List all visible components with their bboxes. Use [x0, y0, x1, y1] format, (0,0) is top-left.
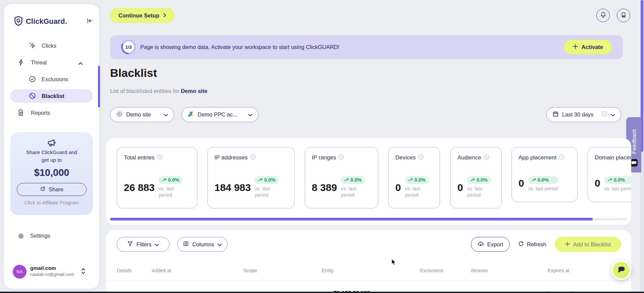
date-range-selector[interactable]: Last 30 days ?	[546, 107, 621, 122]
column-header-reason: Reason	[471, 268, 488, 273]
external-link-icon	[40, 186, 46, 193]
site-selector[interactable]: Demo site	[110, 107, 174, 122]
stat-value: 8 389	[312, 182, 337, 193]
sidebar-item-blacklist[interactable]: Blacklist	[10, 89, 93, 103]
chevron-down-icon	[217, 241, 222, 248]
stats-scrollbar-track	[110, 218, 627, 221]
column-header-exclusions: Exclusions	[420, 268, 443, 273]
sidebar-item-label: Blacklist	[42, 92, 64, 100]
continue-setup-button[interactable]: Continue Setup	[110, 8, 175, 23]
stat-delta-badge: 0.0%	[528, 176, 558, 184]
stat-note: vs. last period	[255, 186, 276, 198]
filters-button[interactable]: Filters	[117, 237, 169, 252]
help-icon[interactable]: ?	[250, 154, 256, 161]
promo-line2: get up to	[10, 156, 93, 164]
brand-name: ClickGuard.	[26, 17, 67, 26]
calendar-icon	[552, 111, 559, 118]
stat-note: vs. last period	[467, 186, 488, 198]
refresh-button[interactable]: Refresh	[518, 237, 546, 252]
bottom-edge-strip	[0, 292, 644, 293]
column-header-entity: Entity	[321, 268, 334, 273]
demo-data-banner: 1/3 Page is showing demo data. Activate …	[110, 35, 623, 59]
sidebar-item-reports[interactable]: Reports	[4, 106, 99, 119]
help-icon[interactable]: ?	[157, 154, 163, 161]
stat-card-ip-addresses: IP addresses? 184 983 0.0% vs. last peri…	[207, 147, 295, 208]
sidebar-item-label: Exclusions	[42, 76, 68, 83]
collapse-sidebar-icon[interactable]	[86, 17, 93, 26]
help-icon[interactable]: ?	[559, 154, 564, 161]
activate-button[interactable]: Activate	[564, 40, 612, 54]
sidebar-item-label: Clicks	[42, 42, 56, 49]
lightning-icon	[17, 59, 24, 67]
page-title: Blacklist	[110, 66, 157, 80]
share-button[interactable]: Share	[17, 183, 87, 196]
promo-caption: Click to Affiliate Program	[10, 200, 93, 205]
docs-button[interactable]	[617, 9, 630, 22]
column-header-expires-at: Expires at	[548, 268, 569, 273]
svg-text:?: ?	[159, 155, 161, 159]
chevrons-up-down-icon	[81, 267, 86, 277]
sidebar-item-settings[interactable]: Settings	[4, 230, 99, 243]
help-icon[interactable]: ?	[484, 154, 489, 161]
notifications-button[interactable]	[596, 9, 610, 22]
sidebar-item-clicks[interactable]: Clicks	[4, 39, 99, 52]
columns-button[interactable]: Columns	[177, 237, 228, 252]
sidebar-item-exclusions[interactable]: Exclusions	[4, 72, 99, 86]
stat-note: vs. last period	[528, 186, 558, 192]
column-header-scope: Scope	[243, 268, 257, 273]
book-icon	[621, 12, 627, 19]
page-subtitle: List of blacklisted entities for Demo si…	[110, 88, 207, 94]
help-icon[interactable]: ?	[418, 154, 424, 161]
ppc-account-selector[interactable]: Demo PPC ac...	[182, 107, 258, 122]
sidebar-item-threat[interactable]: Threat	[4, 56, 99, 69]
stat-delta-badge: 0.0%	[467, 176, 491, 184]
stats-panel: Total entries? 26 883 0.0% vs. last peri…	[106, 138, 631, 225]
blacklist-table-panel: Filters Columns Export Refresh	[106, 230, 631, 293]
account-switcher[interactable]: NA gmail.com naatali.ro@gmail.com	[8, 261, 95, 283]
cursor-click-icon	[29, 42, 36, 50]
add-to-blacklist-button[interactable]: Add to Blacklist	[555, 237, 621, 252]
stat-label: IP ranges	[312, 154, 336, 161]
site-selector-label: Demo site	[126, 111, 160, 118]
plus-icon	[573, 44, 578, 50]
stat-value: 0	[395, 182, 401, 193]
export-button[interactable]: Export	[471, 237, 510, 252]
svg-text:?: ?	[252, 155, 254, 159]
svg-text:?: ?	[561, 155, 563, 159]
chevron-right-icon	[163, 12, 166, 19]
columns-button-label: Columns	[192, 241, 214, 248]
globe-icon	[116, 111, 123, 119]
feedback-label: Feedback	[631, 129, 637, 154]
sidebar-scrollbar-thumb[interactable]	[98, 66, 100, 107]
refresh-icon	[518, 241, 524, 248]
stat-card-audience: Audience? 0 0.0% vs. last period	[450, 147, 502, 208]
stat-note: vs. last period	[405, 186, 426, 198]
sidebar-item-label: Reports	[31, 109, 50, 116]
affiliate-promo-card[interactable]: Share ClickGuard and get up to $10,000 S…	[10, 132, 93, 215]
column-header-details: Details	[117, 268, 132, 273]
share-button-label: Share	[49, 186, 63, 193]
stat-value: 0	[518, 178, 524, 189]
funnel-icon	[127, 241, 133, 248]
help-icon[interactable]: ?	[602, 111, 607, 118]
stat-label: Total entries	[124, 154, 155, 161]
megaphone-icon	[10, 138, 93, 148]
chevron-down-icon	[164, 111, 168, 118]
account-email: naatali.ro@gmail.com	[30, 272, 74, 277]
chat-launcher-button[interactable]	[611, 260, 631, 280]
stat-card-app-placement: App placement? 0 0.0% vs. last period	[511, 147, 578, 202]
stat-value: 184 983	[214, 182, 251, 193]
help-icon[interactable]: ?	[338, 154, 344, 161]
svg-text:?: ?	[340, 155, 342, 159]
export-button-label: Export	[487, 241, 503, 248]
stat-note: vs. last period	[341, 186, 362, 198]
activate-button-label: Activate	[582, 44, 603, 50]
gear-icon	[17, 233, 24, 241]
stat-card-domain-placement: Domain placement? 0 0.0% vs. last period	[588, 147, 631, 202]
stats-scrollbar-thumb[interactable]	[110, 218, 593, 221]
column-header-added-at: Added at	[152, 268, 171, 273]
columns-icon	[183, 241, 189, 248]
stat-card-total-entries: Total entries? 26 883 0.0% vs. last peri…	[117, 147, 197, 208]
svg-text:?: ?	[420, 155, 422, 159]
brand-logo[interactable]: ClickGuard.	[14, 16, 67, 27]
